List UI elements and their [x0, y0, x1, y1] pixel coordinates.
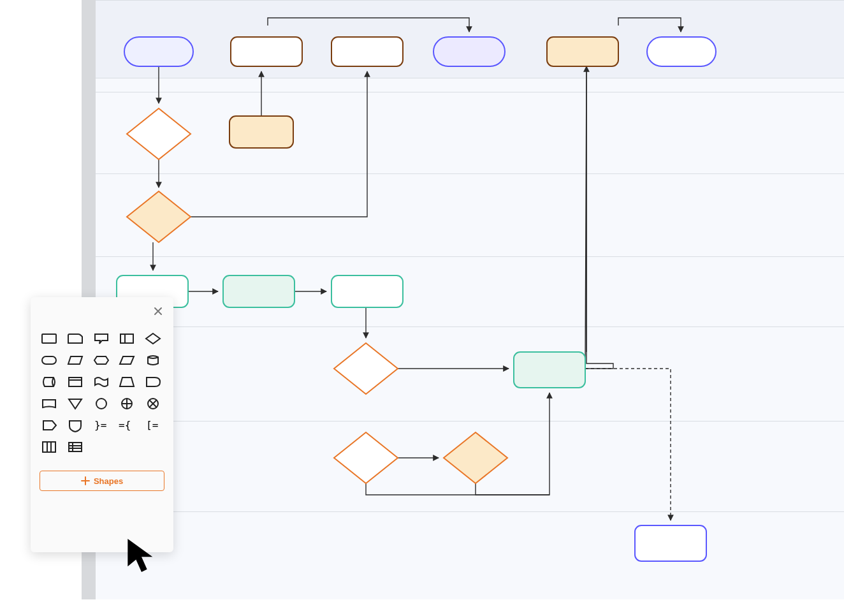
svg-point-6 [96, 399, 106, 409]
node-d5[interactable] [444, 432, 507, 483]
svg-rect-19 [69, 443, 82, 451]
shape-circle[interactable] [92, 397, 111, 411]
svg-text:}=: }= [94, 419, 106, 431]
shape-shield[interactable] [66, 418, 85, 432]
shape-pentagon[interactable] [40, 418, 59, 432]
svg-text:[=: [= [146, 419, 158, 431]
node-d1[interactable] [127, 108, 191, 159]
shape-frame[interactable] [66, 375, 85, 389]
shape-callout[interactable] [92, 332, 111, 346]
close-icon[interactable] [153, 306, 164, 318]
shape-oval[interactable] [40, 353, 59, 367]
node-d2[interactable] [127, 191, 191, 242]
shape-rect[interactable] [40, 332, 59, 346]
edge[interactable] [585, 369, 671, 520]
node-g2[interactable] [223, 275, 295, 307]
shape-brace-seq[interactable]: }= [92, 418, 111, 432]
node-p3[interactable] [547, 37, 618, 66]
svg-rect-1 [120, 334, 133, 343]
shapes-button-label: Shapes [94, 476, 123, 486]
edge[interactable] [268, 18, 469, 32]
svg-rect-4 [69, 378, 82, 386]
shape-trapezoid2[interactable] [117, 375, 136, 389]
edge[interactable] [366, 483, 549, 495]
node-p4[interactable] [229, 116, 293, 148]
shape-flag[interactable] [92, 375, 111, 389]
shape-cylinder[interactable] [143, 353, 163, 367]
node-end[interactable] [635, 525, 706, 561]
edge[interactable] [618, 18, 681, 32]
node-p2[interactable] [331, 37, 403, 66]
diagram-canvas[interactable] [96, 0, 844, 599]
node-d4[interactable] [334, 432, 398, 483]
node-t1[interactable] [433, 37, 505, 66]
shape-table-row[interactable] [66, 440, 85, 454]
shape-triangle-down[interactable] [66, 397, 85, 411]
shape-hexagon[interactable] [92, 353, 111, 367]
add-shapes-button[interactable]: Shapes [40, 471, 164, 491]
shape-cylinder-h[interactable] [40, 375, 59, 389]
shape-crossed-circle[interactable] [117, 397, 136, 411]
shape-crossed-circle2[interactable] [143, 397, 163, 411]
shape-bracket-seq[interactable]: [= [143, 418, 163, 432]
plus-icon [81, 476, 90, 485]
shape-column[interactable] [117, 332, 136, 346]
edge[interactable] [585, 66, 613, 369]
svg-rect-3 [42, 356, 56, 364]
svg-rect-16 [43, 442, 55, 452]
shape-dshape[interactable] [143, 375, 163, 389]
shape-diamond[interactable] [143, 332, 163, 346]
node-start[interactable] [124, 37, 193, 66]
node-p1[interactable] [231, 37, 302, 66]
node-t2[interactable] [647, 37, 716, 66]
svg-text:={: ={ [119, 419, 131, 431]
shape-trapezoid[interactable] [66, 353, 85, 367]
shape-grid: }=={[= [31, 297, 173, 463]
viewport: }=={[= Shapes [0, 0, 844, 616]
svg-rect-0 [42, 334, 56, 343]
shape-brace-open[interactable]: ={ [117, 418, 136, 432]
flowchart-svg[interactable] [96, 0, 844, 599]
shape-curve-rect[interactable] [40, 397, 59, 411]
shape-parallelogram[interactable] [117, 353, 136, 367]
shapes-panel[interactable]: }=={[= Shapes [31, 297, 173, 552]
shape-table-col[interactable] [40, 440, 59, 454]
shape-rect-tab[interactable] [66, 332, 85, 346]
node-d3[interactable] [334, 343, 398, 394]
node-g3[interactable] [331, 275, 403, 307]
cursor-icon [125, 536, 158, 575]
node-g4[interactable] [514, 352, 585, 388]
